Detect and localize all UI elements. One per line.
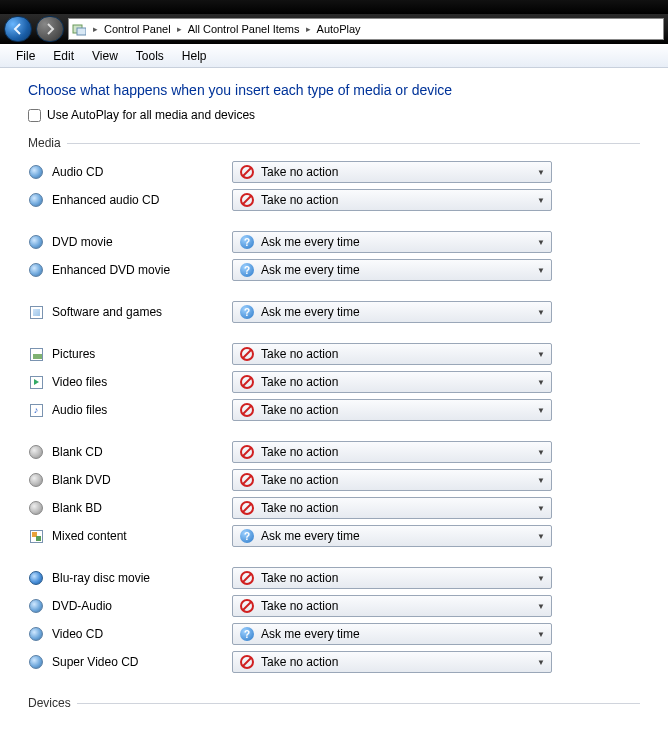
media-row: Audio CDTake no action (28, 158, 640, 186)
media-row: Video CD?Ask me every time (28, 620, 640, 648)
breadcrumb-separator: ▸ (173, 24, 186, 34)
media-label: DVD movie (52, 235, 232, 249)
dropdown-value: Take no action (261, 193, 338, 207)
action-dropdown[interactable]: Take no action (232, 189, 552, 211)
dropdown-value: Take no action (261, 403, 338, 417)
media-label: Blank DVD (52, 473, 232, 487)
dropdown-value: Take no action (261, 655, 338, 669)
action-dropdown[interactable]: Take no action (232, 651, 552, 673)
media-row: Blank CDTake no action (28, 438, 640, 466)
dropdown-value: Ask me every time (261, 529, 360, 543)
media-label: Audio CD (52, 165, 232, 179)
bluray-disc-icon (29, 571, 43, 585)
nav-toolbar: ▸ Control Panel ▸ All Control Panel Item… (0, 14, 668, 44)
menu-file[interactable]: File (8, 47, 43, 65)
disc-icon (29, 165, 43, 179)
mixed-content-icon (30, 530, 43, 543)
disc-icon (29, 655, 43, 669)
media-row: PicturesTake no action (28, 340, 640, 368)
no-action-icon (240, 375, 254, 389)
question-icon: ? (240, 529, 254, 543)
action-dropdown[interactable]: Take no action (232, 161, 552, 183)
no-action-icon (240, 473, 254, 487)
question-icon: ? (240, 263, 254, 277)
media-label: Blank CD (52, 445, 232, 459)
disc-icon (29, 263, 43, 277)
question-icon: ? (240, 235, 254, 249)
dropdown-value: Take no action (261, 501, 338, 515)
media-row: Mixed content?Ask me every time (28, 522, 640, 550)
disc-icon (29, 627, 43, 641)
action-dropdown[interactable]: Take no action (232, 469, 552, 491)
media-row: Enhanced DVD movie?Ask me every time (28, 256, 640, 284)
action-dropdown[interactable]: ?Ask me every time (232, 623, 552, 645)
media-row: DVD-AudioTake no action (28, 592, 640, 620)
breadcrumb-item-autoplay[interactable]: AutoPlay (315, 23, 363, 35)
dropdown-value: Take no action (261, 571, 338, 585)
blank-disc-icon (29, 445, 43, 459)
action-dropdown[interactable]: ?Ask me every time (232, 231, 552, 253)
action-dropdown[interactable]: Take no action (232, 567, 552, 589)
dropdown-value: Ask me every time (261, 627, 360, 641)
action-dropdown[interactable]: Take no action (232, 595, 552, 617)
no-action-icon (240, 571, 254, 585)
picture-icon (30, 348, 43, 361)
menu-view[interactable]: View (84, 47, 126, 65)
breadcrumb-separator: ▸ (89, 24, 102, 34)
media-row: Blu-ray disc movieTake no action (28, 564, 640, 592)
use-autoplay-checkbox[interactable] (28, 109, 41, 122)
breadcrumb-item-control-panel[interactable]: Control Panel (102, 23, 173, 35)
dropdown-value: Ask me every time (261, 235, 360, 249)
breadcrumb-item-all-items[interactable]: All Control Panel Items (186, 23, 302, 35)
forward-button[interactable] (36, 16, 64, 42)
media-row: Enhanced audio CDTake no action (28, 186, 640, 214)
media-row: ♪Audio filesTake no action (28, 396, 640, 424)
no-action-icon (240, 193, 254, 207)
media-row: Video filesTake no action (28, 368, 640, 396)
media-label: Video files (52, 375, 232, 389)
no-action-icon (240, 501, 254, 515)
media-label: Software and games (52, 305, 232, 319)
question-icon: ? (240, 305, 254, 319)
media-label: Video CD (52, 627, 232, 641)
action-dropdown[interactable]: Take no action (232, 371, 552, 393)
no-action-icon (240, 655, 254, 669)
menu-tools[interactable]: Tools (128, 47, 172, 65)
blank-disc-icon (29, 501, 43, 515)
media-row: Software and games?Ask me every time (28, 298, 640, 326)
media-label: DVD-Audio (52, 599, 232, 613)
breadcrumb[interactable]: ▸ Control Panel ▸ All Control Panel Item… (68, 18, 664, 40)
no-action-icon (240, 165, 254, 179)
action-dropdown[interactable]: Take no action (232, 497, 552, 519)
breadcrumb-root-icon (69, 22, 89, 36)
media-label: Enhanced audio CD (52, 193, 232, 207)
svg-rect-1 (77, 28, 86, 35)
menu-help[interactable]: Help (174, 47, 215, 65)
section-media-label: Media (28, 136, 640, 150)
no-action-icon (240, 445, 254, 459)
media-label: Audio files (52, 403, 232, 417)
window-titlebar (0, 0, 668, 14)
question-icon: ? (240, 627, 254, 641)
action-dropdown[interactable]: Take no action (232, 399, 552, 421)
dropdown-value: Take no action (261, 347, 338, 361)
back-button[interactable] (4, 16, 32, 42)
action-dropdown[interactable]: ?Ask me every time (232, 525, 552, 547)
dropdown-value: Take no action (261, 473, 338, 487)
disc-icon (29, 235, 43, 249)
menu-edit[interactable]: Edit (45, 47, 82, 65)
action-dropdown[interactable]: ?Ask me every time (232, 301, 552, 323)
action-dropdown[interactable]: Take no action (232, 441, 552, 463)
menu-bar: File Edit View Tools Help (0, 44, 668, 68)
action-dropdown[interactable]: ?Ask me every time (232, 259, 552, 281)
dropdown-value: Ask me every time (261, 305, 360, 319)
disc-icon (29, 599, 43, 613)
dropdown-value: Take no action (261, 165, 338, 179)
no-action-icon (240, 403, 254, 417)
audio-icon: ♪ (30, 404, 43, 417)
media-label: Blank BD (52, 501, 232, 515)
action-dropdown[interactable]: Take no action (232, 343, 552, 365)
dropdown-value: Take no action (261, 375, 338, 389)
media-label: Super Video CD (52, 655, 232, 669)
content-pane: Choose what happens when you insert each… (0, 68, 668, 728)
